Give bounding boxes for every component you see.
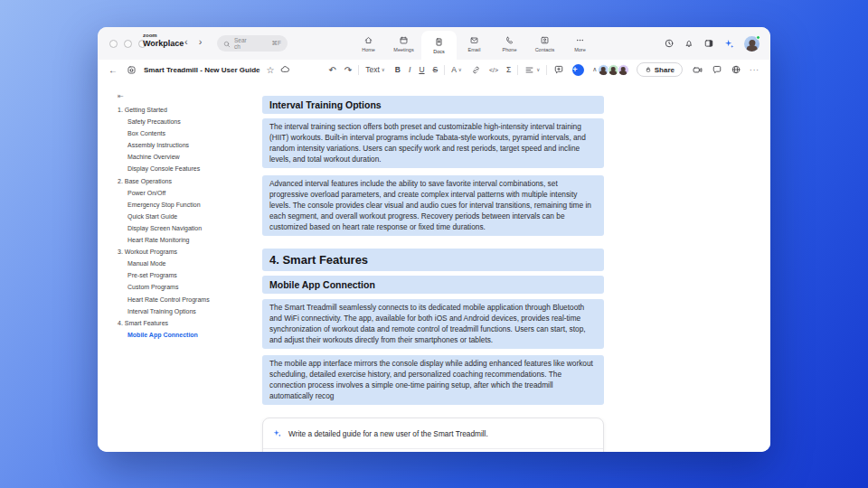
toc-item[interactable]: 1. Getting Started [98, 104, 258, 116]
zoom-workplace-window: zoom Workplace ‹ › Search ⌘F Home [98, 27, 770, 452]
list-align-dropdown[interactable]: ∨ [524, 65, 540, 75]
app-tabs: Home Meetings Docs Email Phone [351, 27, 598, 60]
tab-contacts[interactable]: Contacts [527, 27, 562, 60]
outline-sidebar: ⇤ 1. Getting Started Safety Precautions … [98, 80, 258, 452]
doc-back-button[interactable]: ← [108, 65, 118, 75]
status-online-dot [756, 35, 760, 40]
collapse-sidebar-icon[interactable]: ⇤ [118, 92, 258, 100]
toc-item[interactable]: Interval Training Options [98, 305, 258, 317]
document-toolbar: ← Smart Treadmill - New User Guide ☆ ↶ ↷… [98, 60, 770, 80]
toc-item[interactable]: Pre-set Programs [98, 269, 258, 281]
code-button[interactable]: </> [489, 67, 498, 73]
globe-apps-icon[interactable] [731, 64, 741, 75]
nav-back-button[interactable]: ‹ [184, 36, 188, 47]
toc-item[interactable]: Quick Start Guide [98, 211, 258, 222]
ai-prompt-text: Write a detailed guide for a new user of… [288, 429, 488, 438]
tab-meetings[interactable]: Meetings [386, 27, 421, 60]
comment-icon[interactable] [553, 64, 564, 75]
toolbar-more-icon[interactable]: ··· [750, 66, 760, 74]
section-heading[interactable]: Interval Training Options [262, 96, 604, 114]
search-icon [223, 35, 231, 52]
toc-item[interactable]: Emergency Stop Function [98, 199, 258, 211]
tab-phone[interactable]: Phone [492, 27, 527, 60]
video-camera-icon[interactable] [692, 64, 703, 76]
search-shortcut: ⌘F [272, 40, 281, 47]
minimize-window-button[interactable] [124, 40, 132, 48]
collaborator-avatars[interactable] [598, 64, 629, 76]
document-body: ⇤ 1. Getting Started Safety Precautions … [98, 80, 770, 452]
paragraph[interactable]: The interval training section offers bot… [262, 118, 604, 168]
home-icon [363, 35, 373, 45]
logo-workplace-text: Workplace [143, 40, 184, 48]
toc-item[interactable]: 2. Base Operations [98, 175, 258, 187]
link-icon[interactable] [471, 65, 481, 75]
toc-item[interactable]: Heart Rate Monitoring [98, 234, 258, 246]
toolbar-divider [444, 65, 445, 75]
document-page[interactable]: Interval Training Options The interval t… [262, 80, 604, 452]
notifications-bell-icon[interactable] [684, 38, 694, 49]
bold-button[interactable]: B [395, 65, 401, 74]
desktop-background: zoom Workplace ‹ › Search ⌘F Home [0, 0, 868, 488]
toolbar-divider [358, 65, 359, 75]
section-heading[interactable]: Mobile App Connection [262, 276, 604, 294]
tab-home[interactable]: Home [351, 27, 386, 60]
toc-item[interactable]: Display Screen Navigation [98, 222, 258, 234]
chevron-down-icon: ∨ [458, 67, 462, 72]
favorite-star-icon[interactable]: ☆ [266, 65, 274, 75]
user-avatar[interactable] [744, 36, 760, 52]
toc-item[interactable]: Manual Mode [98, 258, 258, 269]
chat-bubble-icon[interactable] [712, 64, 722, 75]
paragraph[interactable]: Advanced interval features include the a… [262, 175, 604, 236]
search-placeholder: Search [234, 37, 247, 50]
toc-item[interactable]: Box Contents [98, 127, 258, 139]
text-color-dropdown[interactable]: A ∨ [451, 65, 462, 74]
activity-clock-icon[interactable] [664, 38, 675, 49]
collaborator-avatar-3 [618, 64, 629, 76]
toc-item-active[interactable]: Mobile App Connection [98, 329, 258, 341]
redo-icon[interactable]: ↷ [344, 65, 352, 75]
docs-icon [434, 37, 444, 47]
share-button[interactable]: Share [637, 62, 683, 77]
toc-item[interactable]: Heart Rate Control Programs [98, 294, 258, 305]
search-input[interactable]: Search ⌘F [217, 35, 288, 52]
ai-insert-plus-button[interactable]: + [572, 64, 584, 76]
toc-item[interactable]: 3. Workout Programs [98, 246, 258, 258]
toc-item[interactable]: Custom Programs [98, 281, 258, 293]
document-title[interactable]: Smart Treadmill - New User Guide [144, 66, 259, 74]
chevron-down-icon: ∨ [536, 67, 540, 72]
toc-item[interactable]: 4. Smart Features [98, 317, 258, 329]
chapter-heading[interactable]: 4. Smart Features [262, 249, 604, 271]
nav-forward-button[interactable]: › [199, 36, 203, 47]
text-style-dropdown[interactable]: Text ∨ [365, 65, 385, 74]
toc-item[interactable]: Display Console Features [98, 163, 258, 174]
close-window-button[interactable] [109, 40, 118, 48]
undo-icon[interactable]: ↶ [328, 65, 335, 75]
italic-button[interactable]: I [409, 65, 410, 74]
toc-item[interactable]: Machine Overview [98, 151, 258, 163]
collapse-toolbar-chevron-up[interactable]: ∧ [592, 66, 597, 73]
toc-item[interactable]: Power On/Off [98, 187, 258, 199]
paragraph[interactable]: The Smart Treadmill seamlessly connects … [262, 299, 604, 349]
email-icon [469, 35, 479, 45]
lock-icon [645, 66, 652, 73]
underline-button[interactable]: U [419, 65, 424, 74]
paragraph[interactable]: The mobile app interface mirrors the con… [262, 355, 604, 405]
history-nav: ‹ › [184, 36, 202, 47]
logo-zoom-text: zoom [143, 33, 184, 38]
strikethrough-button[interactable]: S [433, 65, 439, 74]
tab-more[interactable]: More [562, 27, 598, 60]
toc-item[interactable]: Safety Precautions [98, 116, 258, 127]
navbar-right-actions [664, 27, 760, 60]
docs-home-icon[interactable] [127, 65, 137, 75]
tab-docs[interactable]: Docs [421, 31, 457, 60]
ai-sparkle-icon [272, 426, 282, 442]
side-panel-toggle-icon[interactable] [703, 38, 714, 49]
formula-sigma-button[interactable]: Σ [506, 65, 511, 74]
ai-companion-panel: Write a detailed guide for a new user of… [262, 418, 604, 452]
meetings-icon [399, 35, 409, 45]
ai-companion-sparkle-icon[interactable] [723, 38, 735, 50]
phone-icon [505, 35, 514, 45]
toc-item[interactable]: Assembly Instructions [98, 139, 258, 151]
tab-email[interactable]: Email [457, 27, 492, 60]
app-navbar: zoom Workplace ‹ › Search ⌘F Home [98, 27, 770, 60]
